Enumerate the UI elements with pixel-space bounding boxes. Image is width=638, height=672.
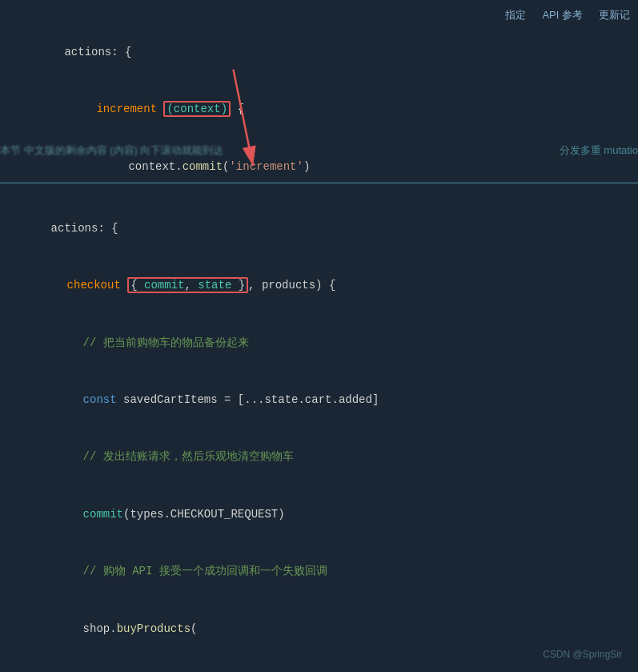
code-line-7: // 购物 API 接受一个成功回调和一个失败回调: [24, 543, 614, 600]
bottom-code-section: actions: { checkout { commit, state }, p…: [0, 184, 638, 672]
code-comment: // 把当前购物车的物品备份起来: [83, 336, 249, 349]
blurred-text: 本节 中文版的剩余内容 (内容) 向下滚动就能到达: [0, 143, 224, 158]
code-line-5: // 发出结账请求，然后乐观地清空购物车: [24, 429, 614, 486]
context-highlight: (context): [163, 101, 231, 117]
code-text: actions: {: [51, 222, 118, 235]
nav-item-updates[interactable]: 更新记: [599, 8, 630, 22]
top-code-section: 指定 API 参考 更新记 actions: { increment (cont…: [0, 0, 638, 184]
code-line-2: checkout { commit, state }, products) {: [24, 257, 614, 314]
code-line-4: const savedCartItems = [...state.cart.ad…: [24, 372, 614, 429]
right-text: 分发多重 mutatio: [560, 143, 638, 158]
code-line: increment (context) {: [24, 81, 614, 138]
code-comment: // 购物 API 接受一个成功回调和一个失败回调: [83, 565, 327, 577]
code-line-8: shop.buyProducts(: [24, 601, 614, 658]
code-comment: // 发出结账请求，然后乐观地清空购物车: [83, 450, 294, 463]
watermark-text: CSDN @SpringSir: [543, 649, 622, 660]
code-line-6: commit(types.CHECKOUT_REQUEST): [24, 486, 614, 543]
code-keyword: checkout: [67, 279, 128, 292]
code-text: actions: {: [64, 46, 131, 58]
commit-state-highlight: { commit, state }: [127, 277, 248, 293]
code-line-9: products,: [24, 658, 614, 672]
top-navigation: 指定 API 参考 更新记: [505, 8, 630, 22]
code-line: actions: {: [24, 24, 614, 81]
top-code-block: actions: { increment (context) { context…: [24, 16, 614, 184]
code-line-1: actions: {: [24, 200, 614, 257]
code-text: increment: [96, 103, 163, 115]
nav-item-guide[interactable]: 指定: [505, 8, 526, 22]
nav-item-api[interactable]: API 参考: [542, 8, 583, 22]
code-line-3: // 把当前购物车的物品备份起来: [24, 315, 614, 372]
code-text: commit: [83, 508, 123, 521]
code-keyword: const: [83, 393, 123, 406]
